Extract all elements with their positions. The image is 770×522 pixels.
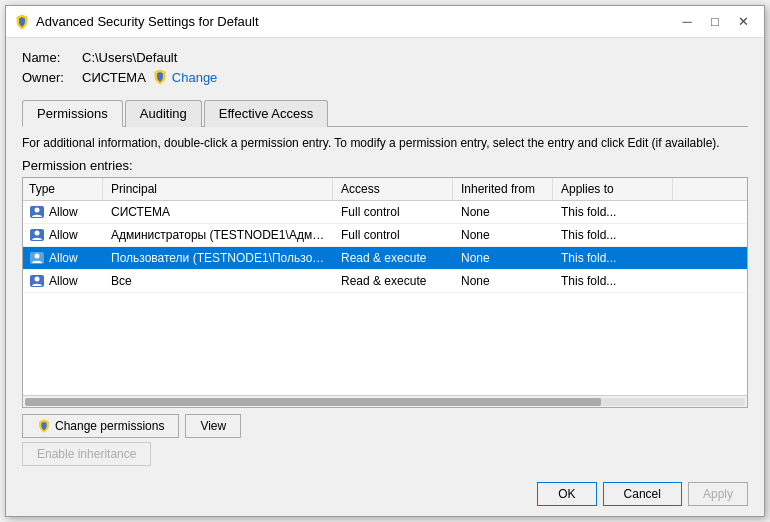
view-button[interactable]: View bbox=[185, 414, 241, 438]
cell-principal-2: Пользователи (TESTNODE1\Пользователи) bbox=[103, 247, 333, 269]
svg-point-3 bbox=[35, 230, 40, 235]
permission-entries-label: Permission entries: bbox=[22, 158, 748, 173]
tab-effective-access[interactable]: Effective Access bbox=[204, 100, 328, 127]
cell-principal-3: Все bbox=[103, 270, 333, 292]
change-permissions-label: Change permissions bbox=[55, 419, 164, 433]
ok-button[interactable]: OK bbox=[537, 482, 596, 506]
table-row[interactable]: Allow Администраторы (TESTNODE1\Админист… bbox=[23, 224, 747, 247]
user-icon-3 bbox=[29, 274, 45, 288]
cell-principal-0: СИСТЕМА bbox=[103, 201, 333, 223]
name-value: C:\Users\Default bbox=[82, 50, 177, 65]
scroll-thumb[interactable] bbox=[25, 398, 601, 406]
owner-label: Owner: bbox=[22, 70, 82, 85]
col-header-type: Type bbox=[23, 178, 103, 200]
name-label: Name: bbox=[22, 50, 82, 65]
window-controls: ─ □ ✕ bbox=[674, 11, 756, 33]
cell-access-1: Full control bbox=[333, 224, 453, 246]
owner-row: Owner: СИСТЕМА Change bbox=[22, 69, 748, 85]
user-icon-1 bbox=[29, 228, 45, 242]
cell-type-1: Allow bbox=[23, 224, 103, 246]
cell-access-2: Read & execute bbox=[333, 247, 453, 269]
close-button[interactable]: ✕ bbox=[730, 11, 756, 33]
table-row[interactable]: Allow Пользователи (TESTNODE1\Пользовате… bbox=[23, 247, 747, 270]
user-icon-2 bbox=[29, 251, 45, 265]
col-header-principal: Principal bbox=[103, 178, 333, 200]
cell-inherited-2: None bbox=[453, 247, 553, 269]
cell-type-text-0: Allow bbox=[49, 205, 78, 219]
svg-point-1 bbox=[35, 207, 40, 212]
maximize-button[interactable]: □ bbox=[702, 11, 728, 33]
window-title: Advanced Security Settings for Default bbox=[36, 14, 674, 29]
title-bar: Advanced Security Settings for Default ─… bbox=[6, 6, 764, 38]
apply-button[interactable]: Apply bbox=[688, 482, 748, 506]
cell-access-0: Full control bbox=[333, 201, 453, 223]
col-header-applies: Applies to bbox=[553, 178, 673, 200]
col-header-access: Access bbox=[333, 178, 453, 200]
cell-type-0: Allow bbox=[23, 201, 103, 223]
cell-type-3: Allow bbox=[23, 270, 103, 292]
cell-type-text-1: Allow bbox=[49, 228, 78, 242]
window-icon bbox=[14, 14, 30, 30]
enable-inheritance-container: Enable inheritance bbox=[22, 442, 748, 466]
col-header-inherited: Inherited from bbox=[453, 178, 553, 200]
name-row: Name: C:\Users\Default bbox=[22, 50, 748, 65]
cell-applies-0: This fold... bbox=[553, 201, 673, 223]
change-permissions-button[interactable]: Change permissions bbox=[22, 414, 179, 438]
minimize-button[interactable]: ─ bbox=[674, 11, 700, 33]
change-owner-link[interactable]: Change bbox=[172, 70, 218, 85]
tab-bar: Permissions Auditing Effective Access bbox=[22, 99, 748, 127]
svg-point-7 bbox=[35, 276, 40, 281]
svg-point-5 bbox=[35, 253, 40, 258]
cell-type-text-2: Allow bbox=[49, 251, 78, 265]
cell-inherited-3: None bbox=[453, 270, 553, 292]
owner-value: СИСТЕМА bbox=[82, 70, 146, 85]
enable-inheritance-button[interactable]: Enable inheritance bbox=[22, 442, 151, 466]
permissions-table: Type Principal Access Inherited from App… bbox=[22, 177, 748, 408]
table-row[interactable]: Allow СИСТЕМА Full control None This fol… bbox=[23, 201, 747, 224]
footer: OK Cancel Apply bbox=[6, 474, 764, 516]
table-body: Allow СИСТЕМА Full control None This fol… bbox=[23, 201, 747, 395]
cell-applies-1: This fold... bbox=[553, 224, 673, 246]
cell-inherited-0: None bbox=[453, 201, 553, 223]
bottom-action-buttons: Change permissions View bbox=[22, 414, 748, 438]
table-header: Type Principal Access Inherited from App… bbox=[23, 178, 747, 201]
cell-principal-1: Администраторы (TESTNODE1\Администраторы… bbox=[103, 224, 333, 246]
cell-inherited-1: None bbox=[453, 224, 553, 246]
horizontal-scrollbar[interactable] bbox=[23, 395, 747, 407]
cancel-button[interactable]: Cancel bbox=[603, 482, 682, 506]
content-area: Name: C:\Users\Default Owner: СИСТЕМА Ch… bbox=[6, 38, 764, 474]
shield-icon bbox=[152, 69, 168, 85]
cell-access-3: Read & execute bbox=[333, 270, 453, 292]
main-window: Advanced Security Settings for Default ─… bbox=[5, 5, 765, 517]
user-icon-0 bbox=[29, 205, 45, 219]
cell-type-2: Allow bbox=[23, 247, 103, 269]
scroll-track bbox=[25, 398, 745, 406]
description-text: For additional information, double-click… bbox=[22, 127, 748, 158]
cell-type-text-3: Allow bbox=[49, 274, 78, 288]
cell-applies-3: This fold... bbox=[553, 270, 673, 292]
table-row[interactable]: Allow Все Read & execute None This fold.… bbox=[23, 270, 747, 293]
cell-applies-2: This fold... bbox=[553, 247, 673, 269]
tab-permissions[interactable]: Permissions bbox=[22, 100, 123, 127]
shield-small-icon bbox=[37, 419, 51, 433]
tab-auditing[interactable]: Auditing bbox=[125, 100, 202, 127]
